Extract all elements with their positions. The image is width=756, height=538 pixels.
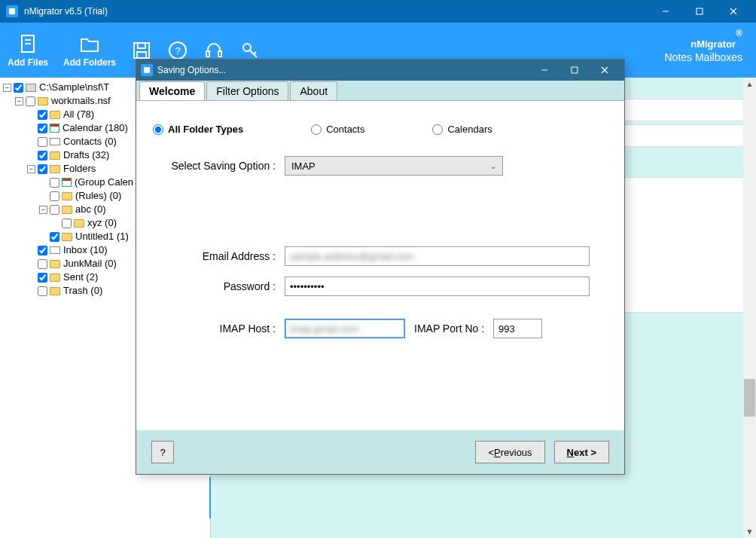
tree-item-inbox[interactable]: Inbox (10) [63, 243, 108, 257]
tab-about[interactable]: About [290, 81, 337, 100]
dialog-minimize-button[interactable] [529, 62, 559, 78]
save-icon [131, 40, 152, 61]
tree-item-calendar[interactable]: Calendar (180) [62, 121, 128, 135]
window-controls [648, 0, 750, 23]
vertical-scrollbar[interactable]: ▲ ▼ [743, 78, 756, 538]
tree-item-abc[interactable]: abc (0) [75, 203, 105, 216]
svg-rect-10 [137, 52, 146, 58]
tree-toggle[interactable]: − [27, 165, 35, 173]
tree-checkbox[interactable] [38, 286, 47, 296]
tree-checkbox[interactable] [62, 219, 72, 228]
tree-toggle[interactable]: − [15, 97, 23, 105]
tree-item-group[interactable]: (Group Calen [75, 176, 133, 189]
tree-checkbox[interactable] [38, 124, 47, 133]
help-button[interactable]: ? [151, 441, 174, 463]
tree-checkbox[interactable] [50, 178, 59, 188]
password-field[interactable]: •••••••••• [285, 277, 590, 296]
tree-item-junk[interactable]: JunkMail (0) [63, 257, 117, 271]
calendar-icon [50, 124, 59, 133]
dialog-body: Welcome Filter Options About All Folder … [136, 81, 624, 474]
imap-port-field[interactable]: 993 [493, 319, 542, 338]
brand-subtitle: Notes Mailboxes [665, 51, 743, 63]
tab-filter-options[interactable]: Filter Options [206, 81, 288, 100]
chevron-down-icon: ⌄ [490, 162, 496, 170]
select-saving-label: Select Saving Option : [153, 160, 285, 172]
saving-option-select[interactable]: IMAP ⌄ [285, 156, 503, 176]
tree-item-folders[interactable]: Folders [63, 162, 96, 176]
radio-all-folder-types[interactable]: All Folder Types [153, 124, 243, 135]
folder-icon [62, 206, 72, 214]
scroll-thumb[interactable] [744, 379, 755, 417]
dialog-maximize-button[interactable] [559, 62, 590, 78]
tree-checkbox[interactable] [14, 83, 23, 93]
folder-icon [79, 33, 100, 54]
tree-checkbox[interactable] [50, 232, 59, 242]
tree-item-rules[interactable]: (Rules) (0) [75, 189, 121, 203]
tree-item-xyz[interactable]: xyz (0) [87, 216, 117, 230]
file-icon [17, 33, 38, 54]
email-field[interactable]: sample.address@gmail.com [285, 246, 590, 266]
minimize-button[interactable] [648, 0, 682, 23]
tree-item-drafts[interactable]: Drafts (32) [63, 148, 109, 162]
tree-toggle[interactable]: − [39, 206, 47, 214]
help-icon: ? [167, 40, 188, 61]
brand-logo: nMigrator® [665, 29, 743, 51]
save-button[interactable] [131, 40, 152, 61]
svg-rect-20 [572, 67, 578, 73]
tree-toggle[interactable]: − [3, 84, 11, 92]
splitter[interactable] [209, 477, 211, 518]
tree-root-label: C:\Sample\nsf\T [39, 81, 109, 94]
tree-item-untitled[interactable]: Untitled1 (1) [75, 230, 129, 243]
tree-checkbox[interactable] [38, 151, 47, 160]
close-button[interactable] [716, 0, 750, 23]
license-button[interactable] [239, 40, 261, 61]
maximize-button[interactable] [682, 0, 716, 23]
folder-icon [62, 192, 72, 200]
add-files-button[interactable]: Add Files [8, 33, 48, 68]
tab-welcome[interactable]: Welcome [139, 81, 205, 100]
radio-calendars[interactable]: Calendars [432, 124, 492, 135]
imap-host-field[interactable]: imap.gmail.com [285, 319, 405, 338]
tree-checkbox[interactable] [50, 191, 59, 201]
tree-checkbox[interactable] [38, 110, 47, 120]
tree-checkbox[interactable] [50, 205, 59, 215]
svg-text:?: ? [175, 45, 180, 57]
headset-icon [203, 40, 224, 61]
help-button[interactable]: ? [167, 40, 188, 61]
svg-line-16 [249, 50, 257, 57]
tree-item-all[interactable]: All (78) [63, 108, 94, 121]
svg-line-17 [254, 52, 256, 54]
add-folders-button[interactable]: Add Folders [63, 33, 116, 68]
svg-rect-2 [697, 8, 703, 14]
tree-checkbox[interactable] [38, 164, 47, 174]
dialog-app-icon [141, 64, 153, 76]
tab-page-welcome: All Folder Types Contacts Calendars Sele… [136, 100, 624, 430]
folder-icon [50, 165, 60, 173]
tree-checkbox[interactable] [38, 273, 47, 283]
mail-icon [50, 246, 60, 254]
main-titlebar: nMigrator v6.5 (Trial) [0, 0, 756, 23]
drive-icon [26, 84, 36, 92]
scroll-down-icon[interactable]: ▼ [743, 525, 756, 538]
tree-checkbox[interactable] [38, 259, 47, 269]
next-button[interactable]: Next > [554, 441, 609, 463]
email-label: Email Address : [153, 250, 285, 262]
tree-item-sent[interactable]: Sent (2) [63, 271, 98, 284]
tree-item-contacts[interactable]: Contacts (0) [63, 135, 117, 148]
dialog-close-button[interactable] [590, 62, 620, 78]
tree-checkbox[interactable] [38, 137, 47, 147]
support-button[interactable] [203, 40, 224, 61]
saving-options-dialog: Saving Options... Welcome Filter Options… [136, 59, 625, 475]
scroll-up-icon[interactable]: ▲ [743, 78, 756, 90]
tree-item-trash[interactable]: Trash (0) [63, 284, 102, 298]
dialog-title: Saving Options... [157, 65, 529, 75]
dialog-tabs: Welcome Filter Options About [136, 81, 624, 100]
radio-contacts[interactable]: Contacts [311, 124, 364, 135]
folder-icon [50, 111, 60, 119]
tree-file-label: workmails.nsf [51, 94, 111, 108]
tree-checkbox[interactable] [38, 246, 47, 255]
key-icon [239, 40, 261, 61]
previous-button[interactable]: < Previous [475, 441, 544, 463]
calendar-icon [62, 178, 72, 187]
tree-checkbox[interactable] [26, 96, 35, 106]
